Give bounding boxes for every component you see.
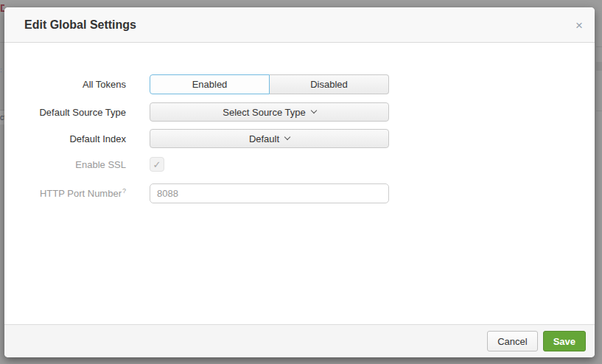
form-row-all-tokens: All Tokens Enabled Disabled — [4, 74, 595, 94]
form-row-default-source-type: Default Source Type Select Source Type — [4, 102, 595, 122]
http-port-label: HTTP Port Number? — [4, 187, 126, 199]
save-button[interactable]: Save — [543, 331, 586, 351]
enabled-button[interactable]: Enabled — [150, 74, 270, 94]
backdrop-divider — [596, 46, 602, 47]
all-tokens-label: All Tokens — [4, 79, 126, 90]
chevron-down-icon — [284, 134, 290, 140]
enable-ssl-label: Enable SSL — [4, 159, 126, 170]
http-port-input — [150, 183, 389, 203]
dialog-body: All Tokens Enabled Disabled Default Sour… — [4, 43, 595, 203]
help-icon: ? — [122, 187, 126, 195]
default-index-dropdown-value: Default — [249, 133, 279, 144]
source-type-dropdown[interactable]: Select Source Type — [150, 102, 389, 122]
backdrop-divider — [596, 111, 602, 111]
dialog-title: Edit Global Settings — [24, 18, 136, 32]
source-type-dropdown-value: Select Source Type — [223, 107, 306, 118]
disabled-button[interactable]: Disabled — [270, 74, 389, 94]
dialog-footer: Cancel Save — [4, 324, 595, 357]
edit-global-settings-dialog: Edit Global Settings × All Tokens Enable… — [4, 7, 595, 357]
default-source-type-label: Default Source Type — [4, 107, 126, 118]
chevron-down-icon — [311, 108, 317, 113]
all-tokens-toggle: Enabled Disabled — [150, 74, 389, 94]
http-port-label-text: HTTP Port Number — [40, 189, 122, 200]
form-row-enable-ssl: Enable SSL ✓ — [4, 157, 595, 172]
enable-ssl-checkbox: ✓ — [150, 157, 164, 172]
screen-overlay: DI : . cti Edit Global Settings × All To… — [0, 0, 602, 364]
dialog-header: Edit Global Settings × — [4, 7, 595, 43]
backdrop-patch — [596, 62, 602, 71]
cancel-button[interactable]: Cancel — [487, 331, 537, 351]
check-icon: ✓ — [153, 159, 161, 170]
default-index-dropdown[interactable]: Default — [150, 129, 389, 148]
form-row-http-port: HTTP Port Number? — [4, 183, 595, 203]
default-index-label: Default Index — [4, 133, 126, 144]
close-icon[interactable]: × — [575, 7, 583, 43]
form-row-default-index: Default Index Default — [4, 129, 595, 148]
